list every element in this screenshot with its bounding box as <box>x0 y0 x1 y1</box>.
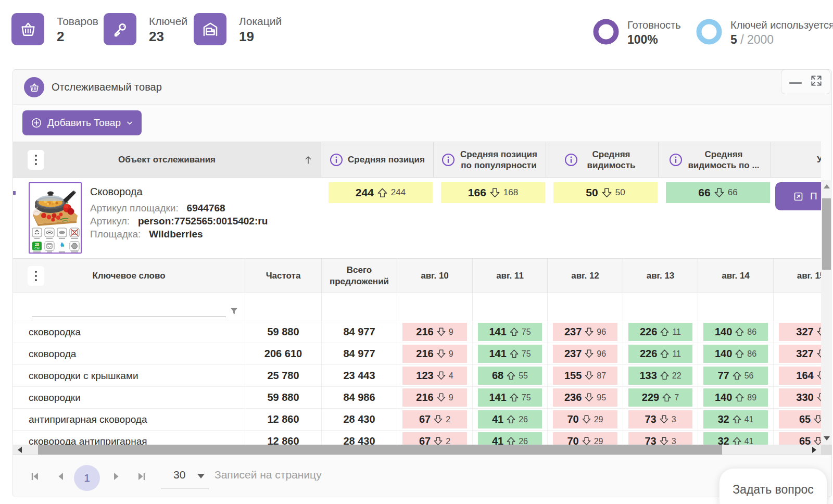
svg-text:СМ: СМ <box>34 247 39 250</box>
info-icon[interactable] <box>330 153 343 167</box>
column-menu-icon[interactable] <box>28 150 44 170</box>
scroll-down-icon[interactable] <box>824 436 830 440</box>
last-page-button[interactable] <box>137 471 146 483</box>
keyword-row[interactable]: сковорода антипригарная12 86028 43067241… <box>13 431 821 445</box>
column-header-object[interactable]: Объект отслеживания <box>13 142 321 177</box>
sort-asc-icon <box>304 155 312 165</box>
date-cell: 2169 <box>397 343 473 364</box>
date-cell: 4126 <box>473 409 548 430</box>
product-metric-cell: 244244 <box>329 182 433 203</box>
top-stats-bar: Товаров 2 Ключей 23 Локаций <box>0 0 833 68</box>
date-cell: 23695 <box>548 387 623 408</box>
next-page-button[interactable] <box>113 471 120 483</box>
vertical-scrollbar[interactable] <box>821 180 832 445</box>
add-product-button[interactable]: Добавить Товар <box>22 110 142 135</box>
keyword-row[interactable]: антипригарная сковорода12 86028 43067241… <box>13 409 821 431</box>
column-header-date[interactable]: авг. 14 <box>698 259 774 293</box>
total-offers-cell: 84 986 <box>322 387 397 408</box>
down-arrow-icon <box>714 188 724 198</box>
column-header-avg-visibility[interactable]: Средняя видимость <box>546 142 659 177</box>
current-page-button[interactable]: 1 <box>74 465 100 491</box>
down-arrow-icon <box>585 393 594 402</box>
filter-funnel-icon[interactable] <box>230 307 238 316</box>
product-field: Площадка: Wildberries <box>90 228 268 241</box>
product-image[interactable]: 28 СМ <box>29 182 82 254</box>
info-icon[interactable] <box>669 153 683 167</box>
keyword-row[interactable]: сковорода206 61084 977216914175237962261… <box>13 343 821 365</box>
up-arrow-icon <box>377 188 387 198</box>
down-arrow-icon <box>660 415 668 424</box>
column-header-date[interactable]: авг. 12 <box>548 259 623 293</box>
up-arrow-icon <box>510 327 519 336</box>
column-header-frequency[interactable]: Частота <box>245 259 322 293</box>
date-cell: 65 <box>774 409 821 430</box>
gauge-readiness-label: Готовность <box>627 19 681 31</box>
frequency-cell: 59 880 <box>245 387 322 408</box>
expand-icon[interactable] <box>810 74 823 90</box>
product-name: Сковорода <box>90 186 143 198</box>
date-cell: 327 <box>774 321 821 343</box>
up-arrow-icon <box>735 393 744 402</box>
date-cell: 7029 <box>548 431 623 445</box>
stat-locations-label: Локаций <box>239 15 282 28</box>
column-header-date[interactable]: авг. 13 <box>623 259 698 293</box>
keyword-row[interactable]: сковородки с крышками25 78023 4431234685… <box>13 365 821 387</box>
scroll-left-icon[interactable] <box>18 447 22 453</box>
up-arrow-icon <box>733 371 741 380</box>
date-cell: 6855 <box>473 365 548 386</box>
panel-title: Отслеживаемый товар <box>52 81 162 93</box>
column-header-clipped[interactable]: У <box>771 142 821 177</box>
keyword-cell: сковородки с крышками <box>13 365 245 386</box>
column-header-avg-visibility-by[interactable]: Средняя видимость по ... <box>659 142 771 177</box>
date-cell: 23796 <box>548 321 623 343</box>
horizontal-scrollbar[interactable] <box>13 445 821 455</box>
column-menu-icon[interactable] <box>28 266 44 286</box>
frequency-cell: 25 780 <box>245 365 322 386</box>
date-cell: 4126 <box>473 431 548 445</box>
down-arrow-icon <box>582 415 591 424</box>
ask-question-button[interactable]: Задать вопрос <box>719 468 827 504</box>
product-fields: Артикул площадки: 6944768 Артикул: perso… <box>90 201 268 241</box>
date-cell: 733 <box>623 409 698 430</box>
page-size-select[interactable]: 30 <box>161 464 209 488</box>
up-arrow-icon <box>510 393 519 402</box>
product-action-button[interactable]: П <box>775 182 821 210</box>
down-arrow-icon <box>814 437 821 445</box>
column-header-date[interactable]: авг. 10 <box>397 259 473 293</box>
stat-keys-label: Ключей <box>149 15 187 28</box>
product-row[interactable]: 28 СМ <box>13 178 821 259</box>
column-header-total-offers[interactable]: Всего предложений <box>322 259 397 293</box>
horizontal-scrollbar-thumb[interactable] <box>38 445 722 455</box>
keyword-filter-input[interactable] <box>32 305 226 317</box>
plus-circle-icon <box>31 117 42 129</box>
vertical-scrollbar-thumb[interactable] <box>822 198 831 270</box>
down-arrow-icon <box>490 188 500 198</box>
scroll-up-icon[interactable] <box>824 184 830 188</box>
stat-locations: Локаций 19 <box>194 13 282 45</box>
keyword-row[interactable]: сковородки59 88084 986216914175236952297… <box>13 387 821 409</box>
stat-keys: Ключей 23 <box>104 13 187 45</box>
up-arrow-icon <box>660 371 669 380</box>
date-cell: 15587 <box>548 365 623 386</box>
first-page-button[interactable] <box>30 471 40 483</box>
info-icon[interactable] <box>564 153 578 167</box>
stat-keys-value: 23 <box>149 29 187 44</box>
keyword-rows: сковородка59 88084 977216914175237962261… <box>13 321 821 445</box>
keyword-row[interactable]: сковородка59 88084 977216914175237962261… <box>13 321 821 343</box>
stat-products-value: 2 <box>57 29 98 44</box>
column-header-avg-position[interactable]: Средняя позиция <box>321 142 434 177</box>
down-arrow-icon <box>817 371 821 380</box>
panel-header: Отслеживаемый товар <box>13 70 831 105</box>
page-size-label: Записей на страницу <box>214 469 322 481</box>
info-icon[interactable] <box>441 153 455 167</box>
column-header-date[interactable]: авг. 11 <box>473 259 548 293</box>
scroll-right-icon[interactable] <box>812 447 816 453</box>
down-arrow-icon <box>817 393 821 402</box>
column-header-date[interactable]: авг. 15 <box>774 259 821 293</box>
product-field: Артикул площадки: 6944768 <box>90 201 268 215</box>
column-header-avg-position-popularity[interactable]: Средняя позиция по популярности <box>434 142 546 177</box>
column-header-keyword[interactable]: Ключевое слово <box>13 259 245 293</box>
minimize-icon[interactable] <box>788 74 803 89</box>
prev-page-button[interactable] <box>57 471 64 483</box>
down-arrow-icon <box>660 437 668 445</box>
